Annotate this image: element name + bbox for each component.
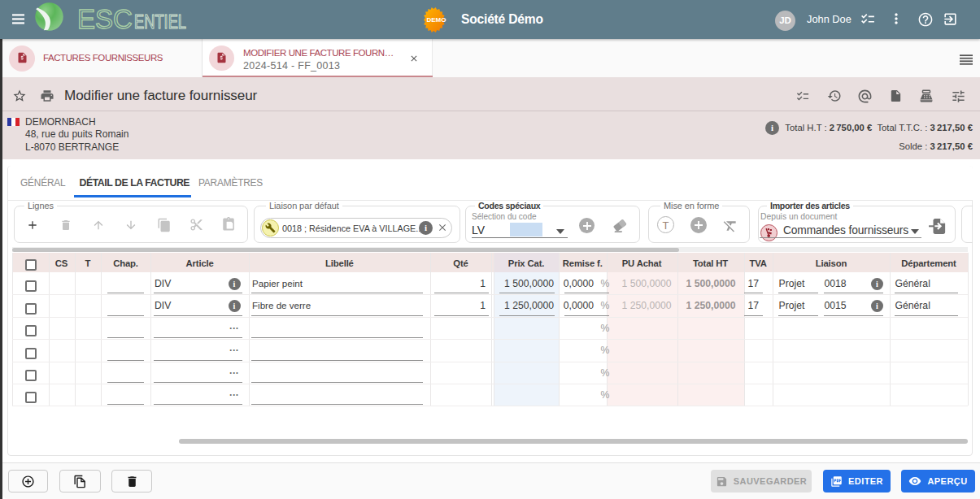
svg-text:DEMO: DEMO — [427, 16, 446, 24]
svg-text:ESC: ESC — [77, 4, 133, 34]
svg-text:ENTIEL: ENTIEL — [134, 11, 186, 33]
